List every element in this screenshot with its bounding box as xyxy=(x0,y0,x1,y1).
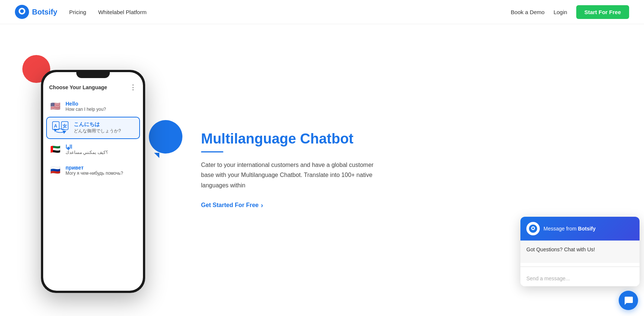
chat-divider xyxy=(520,267,640,267)
translate-icon: A 女 xyxy=(52,121,68,135)
lang-text-russian: привет Могу я чем-нибудь помочь? xyxy=(66,165,123,176)
lang-text-english: Hello How can I help you? xyxy=(66,101,106,112)
lang-secondary-english: How can I help you? xyxy=(66,107,106,112)
phone-notch xyxy=(76,70,110,78)
navbar-left: Botsify Pricing Whitelabel Platform xyxy=(15,5,147,19)
nav-book-demo[interactable]: Book a Demo xyxy=(511,9,545,15)
flag-us: 🇺🇸 xyxy=(48,100,62,113)
section-description: Cater to your international customers an… xyxy=(201,160,387,190)
flag-ru: 🇷🇺 xyxy=(48,164,62,177)
navbar: Botsify Pricing Whitelabel Platform Book… xyxy=(0,0,644,24)
start-for-free-button[interactable]: Start For Free xyxy=(576,5,629,19)
lang-secondary-arabic: ؟كيف يمكنني مساعدك xyxy=(66,150,108,155)
phone-area: Choose Your Language ⋮ 🇺🇸 Hello How can … xyxy=(15,48,171,293)
chat-body: Got Questions? Chat with Us! xyxy=(520,241,640,263)
chat-body-text: Got Questions? Chat with Us! xyxy=(526,246,634,252)
lang-text-japanese: こんにちは どんな御用でしょうか? xyxy=(74,121,121,134)
get-started-link[interactable]: Get Started For Free › xyxy=(201,201,263,209)
lang-secondary-russian: Могу я чем-нибудь помочь? xyxy=(66,171,123,176)
svg-point-2 xyxy=(20,9,24,13)
content-area: Multilanguage Chatbot Cater to your inte… xyxy=(171,131,432,209)
section-underline xyxy=(201,151,223,152)
phone-mockup: Choose Your Language ⋮ 🇺🇸 Hello How can … xyxy=(41,70,145,293)
lang-primary-english: Hello xyxy=(66,101,106,107)
phone-header-title: Choose Your Language xyxy=(49,84,107,90)
botsify-avatar-icon xyxy=(529,225,537,233)
chat-header-prefix: Message from xyxy=(543,226,578,232)
navbar-right: Book a Demo Login Start For Free xyxy=(511,5,629,19)
nav-login[interactable]: Login xyxy=(554,9,567,15)
logo[interactable]: Botsify xyxy=(15,5,57,19)
cta-arrow-icon: › xyxy=(261,201,263,209)
lang-item-japanese: A 女 xyxy=(46,117,140,139)
chat-open-button[interactable] xyxy=(619,291,638,310)
logo-text: Botsify xyxy=(32,8,57,16)
nav-pricing[interactable]: Pricing xyxy=(69,9,86,15)
chat-widget: Message from Botsify Got Questions? Chat… xyxy=(520,217,640,286)
deco-blue-circle xyxy=(149,120,182,154)
lang-primary-arabic: الها xyxy=(66,144,108,150)
chat-widget-header: Message from Botsify xyxy=(520,217,640,241)
chat-bubble-icon xyxy=(624,296,633,305)
chat-input-placeholder[interactable]: Send a message... xyxy=(526,275,570,281)
lang-primary-japanese: こんにちは xyxy=(74,121,121,128)
svg-text:女: 女 xyxy=(62,123,67,129)
lang-text-arabic: الها ؟كيف يمكنني مساعدك xyxy=(66,144,108,155)
chat-header-message: Message from Botsify xyxy=(543,226,596,232)
logo-icon xyxy=(15,5,29,19)
translate-icon-wrap: A 女 xyxy=(52,121,68,135)
lang-primary-russian: привет xyxy=(66,165,123,171)
chat-input-area[interactable]: Send a message... xyxy=(520,271,640,286)
svg-point-10 xyxy=(532,228,534,229)
lang-item-russian: 🇷🇺 привет Могу я чем-нибудь помочь? xyxy=(43,160,143,181)
lang-item-english: 🇺🇸 Hello How can I help you? xyxy=(43,96,143,117)
svg-text:A: A xyxy=(54,123,57,129)
flag-ae: 🇦🇪 xyxy=(48,143,62,156)
get-started-text: Get Started For Free xyxy=(201,202,259,209)
section-title: Multilanguage Chatbot xyxy=(201,131,424,147)
lang-item-arabic: 🇦🇪 الها ؟كيف يمكنني مساعدك xyxy=(43,139,143,160)
chat-avatar xyxy=(526,222,540,235)
phone-header-menu: ⋮ xyxy=(130,83,137,91)
lang-secondary-japanese: どんな御用でしょうか? xyxy=(74,128,121,134)
chat-brand: Botsify xyxy=(578,226,596,232)
nav-whitelabel[interactable]: Whitelabel Platform xyxy=(98,9,147,15)
phone-screen: Choose Your Language ⋮ 🇺🇸 Hello How can … xyxy=(43,72,143,291)
